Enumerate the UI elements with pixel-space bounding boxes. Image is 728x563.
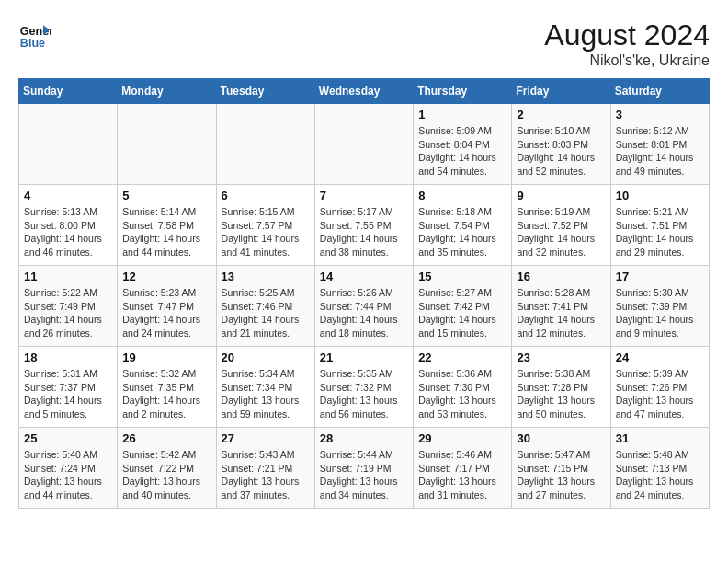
calendar-cell: 24Sunrise: 5:39 AM Sunset: 7:26 PM Dayli… (610, 347, 709, 428)
day-number: 22 (418, 350, 506, 364)
day-info: Sunrise: 5:28 AM Sunset: 7:41 PM Dayligh… (517, 286, 605, 340)
day-info: Sunrise: 5:25 AM Sunset: 7:46 PM Dayligh… (222, 286, 310, 340)
calendar-cell (19, 104, 118, 185)
day-number: 31 (616, 431, 704, 445)
day-info: Sunrise: 5:48 AM Sunset: 7:13 PM Dayligh… (616, 448, 704, 502)
calendar-cell: 7Sunrise: 5:17 AM Sunset: 7:55 PM Daylig… (314, 185, 413, 266)
calendar-cell: 20Sunrise: 5:34 AM Sunset: 7:34 PM Dayli… (216, 347, 314, 428)
day-info: Sunrise: 5:19 AM Sunset: 7:52 PM Dayligh… (517, 205, 605, 259)
day-number: 5 (122, 189, 210, 202)
day-info: Sunrise: 5:14 AM Sunset: 7:58 PM Dayligh… (122, 205, 210, 259)
calendar-table: SundayMondayTuesdayWednesdayThursdayFrid… (18, 78, 710, 509)
day-info: Sunrise: 5:12 AM Sunset: 8:01 PM Dayligh… (616, 124, 704, 178)
calendar-cell: 1Sunrise: 5:09 AM Sunset: 8:04 PM Daylig… (414, 104, 512, 185)
calendar-cell: 14Sunrise: 5:26 AM Sunset: 7:44 PM Dayli… (314, 266, 413, 347)
day-number: 10 (616, 189, 704, 202)
calendar-cell: 5Sunrise: 5:14 AM Sunset: 7:58 PM Daylig… (118, 185, 216, 266)
calendar-cell: 28Sunrise: 5:44 AM Sunset: 7:19 PM Dayli… (314, 428, 413, 509)
calendar-cell: 3Sunrise: 5:12 AM Sunset: 8:01 PM Daylig… (610, 104, 709, 185)
weekday-header-thursday: Thursday (414, 79, 512, 104)
page-header: General Blue August 2024 Nikol's'ke, Ukr… (18, 18, 710, 69)
location: Nikol's'ke, Ukraine (544, 52, 710, 69)
calendar-cell (314, 104, 413, 185)
weekday-header-saturday: Saturday (610, 79, 709, 104)
calendar-cell: 31Sunrise: 5:48 AM Sunset: 7:13 PM Dayli… (610, 428, 709, 509)
day-info: Sunrise: 5:21 AM Sunset: 7:51 PM Dayligh… (616, 205, 704, 259)
day-info: Sunrise: 5:26 AM Sunset: 7:44 PM Dayligh… (320, 286, 408, 340)
day-number: 16 (517, 270, 605, 283)
month-year: August 2024 (544, 18, 710, 52)
day-info: Sunrise: 5:23 AM Sunset: 7:47 PM Dayligh… (122, 286, 210, 340)
calendar-week-3: 11Sunrise: 5:22 AM Sunset: 7:49 PM Dayli… (19, 266, 710, 347)
calendar-cell: 29Sunrise: 5:46 AM Sunset: 7:17 PM Dayli… (414, 428, 512, 509)
day-info: Sunrise: 5:18 AM Sunset: 7:54 PM Dayligh… (418, 205, 506, 259)
day-number: 4 (24, 189, 112, 202)
calendar-cell: 21Sunrise: 5:35 AM Sunset: 7:32 PM Dayli… (314, 347, 413, 428)
day-number: 25 (24, 431, 112, 445)
calendar-cell: 2Sunrise: 5:10 AM Sunset: 8:03 PM Daylig… (512, 104, 610, 185)
calendar-cell: 4Sunrise: 5:13 AM Sunset: 8:00 PM Daylig… (19, 185, 118, 266)
calendar-cell: 18Sunrise: 5:31 AM Sunset: 7:37 PM Dayli… (19, 347, 118, 428)
calendar-cell: 10Sunrise: 5:21 AM Sunset: 7:51 PM Dayli… (610, 185, 709, 266)
day-number: 12 (122, 270, 210, 283)
calendar-cell: 16Sunrise: 5:28 AM Sunset: 7:41 PM Dayli… (512, 266, 610, 347)
day-number: 8 (418, 189, 506, 202)
calendar-cell: 6Sunrise: 5:15 AM Sunset: 7:57 PM Daylig… (216, 185, 314, 266)
day-info: Sunrise: 5:13 AM Sunset: 8:00 PM Dayligh… (24, 205, 112, 259)
calendar-cell: 12Sunrise: 5:23 AM Sunset: 7:47 PM Dayli… (118, 266, 216, 347)
calendar-cell: 25Sunrise: 5:40 AM Sunset: 7:24 PM Dayli… (19, 428, 118, 509)
title-block: August 2024 Nikol's'ke, Ukraine (544, 18, 710, 69)
calendar-cell: 26Sunrise: 5:42 AM Sunset: 7:22 PM Dayli… (118, 428, 216, 509)
day-number: 17 (616, 270, 704, 283)
calendar-cell: 17Sunrise: 5:30 AM Sunset: 7:39 PM Dayli… (610, 266, 709, 347)
day-number: 1 (418, 108, 506, 121)
calendar-cell: 13Sunrise: 5:25 AM Sunset: 7:46 PM Dayli… (216, 266, 314, 347)
weekday-header-sunday: Sunday (19, 79, 118, 104)
day-info: Sunrise: 5:44 AM Sunset: 7:19 PM Dayligh… (320, 448, 408, 502)
day-info: Sunrise: 5:27 AM Sunset: 7:42 PM Dayligh… (418, 286, 506, 340)
day-info: Sunrise: 5:32 AM Sunset: 7:35 PM Dayligh… (122, 367, 210, 421)
day-info: Sunrise: 5:46 AM Sunset: 7:17 PM Dayligh… (418, 448, 506, 502)
day-number: 27 (222, 431, 310, 445)
day-number: 18 (24, 350, 112, 364)
day-info: Sunrise: 5:22 AM Sunset: 7:49 PM Dayligh… (24, 286, 112, 340)
day-number: 29 (418, 431, 506, 445)
logo-icon: General Blue (18, 18, 51, 52)
day-info: Sunrise: 5:17 AM Sunset: 7:55 PM Dayligh… (320, 205, 408, 259)
day-info: Sunrise: 5:09 AM Sunset: 8:04 PM Dayligh… (418, 124, 506, 178)
weekday-header-wednesday: Wednesday (314, 79, 413, 104)
day-number: 19 (122, 350, 210, 364)
calendar-cell: 22Sunrise: 5:36 AM Sunset: 7:30 PM Dayli… (414, 347, 512, 428)
calendar-cell: 8Sunrise: 5:18 AM Sunset: 7:54 PM Daylig… (414, 185, 512, 266)
day-info: Sunrise: 5:43 AM Sunset: 7:21 PM Dayligh… (222, 448, 310, 502)
day-number: 30 (517, 431, 605, 445)
day-number: 26 (122, 431, 210, 445)
day-info: Sunrise: 5:30 AM Sunset: 7:39 PM Dayligh… (616, 286, 704, 340)
calendar-cell: 23Sunrise: 5:38 AM Sunset: 7:28 PM Dayli… (512, 347, 610, 428)
calendar-cell: 11Sunrise: 5:22 AM Sunset: 7:49 PM Dayli… (19, 266, 118, 347)
calendar-week-1: 1Sunrise: 5:09 AM Sunset: 8:04 PM Daylig… (19, 104, 710, 185)
day-info: Sunrise: 5:35 AM Sunset: 7:32 PM Dayligh… (320, 367, 408, 421)
calendar-cell: 27Sunrise: 5:43 AM Sunset: 7:21 PM Dayli… (216, 428, 314, 509)
day-info: Sunrise: 5:36 AM Sunset: 7:30 PM Dayligh… (418, 367, 506, 421)
day-info: Sunrise: 5:15 AM Sunset: 7:57 PM Dayligh… (222, 205, 310, 259)
calendar-cell (118, 104, 216, 185)
svg-text:Blue: Blue (20, 37, 45, 50)
day-number: 23 (517, 350, 605, 364)
calendar-cell: 30Sunrise: 5:47 AM Sunset: 7:15 PM Dayli… (512, 428, 610, 509)
day-number: 3 (616, 108, 704, 121)
day-number: 21 (320, 350, 408, 364)
day-info: Sunrise: 5:10 AM Sunset: 8:03 PM Dayligh… (517, 124, 605, 178)
day-info: Sunrise: 5:34 AM Sunset: 7:34 PM Dayligh… (222, 367, 310, 421)
logo: General Blue (18, 18, 51, 52)
calendar-cell (216, 104, 314, 185)
day-number: 13 (222, 270, 310, 283)
day-number: 11 (24, 270, 112, 283)
calendar-week-2: 4Sunrise: 5:13 AM Sunset: 8:00 PM Daylig… (19, 185, 710, 266)
day-number: 2 (517, 108, 605, 121)
day-info: Sunrise: 5:39 AM Sunset: 7:26 PM Dayligh… (616, 367, 704, 421)
day-number: 14 (320, 270, 408, 283)
day-number: 20 (222, 350, 310, 364)
calendar-week-5: 25Sunrise: 5:40 AM Sunset: 7:24 PM Dayli… (19, 428, 710, 509)
calendar-week-4: 18Sunrise: 5:31 AM Sunset: 7:37 PM Dayli… (19, 347, 710, 428)
